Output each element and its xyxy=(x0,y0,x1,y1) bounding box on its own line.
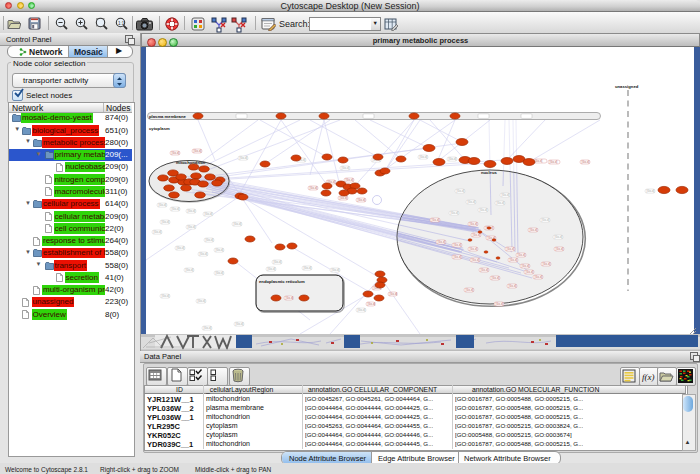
svg-text:[Go-d]: [Go-d] xyxy=(240,156,248,160)
svg-text:[Go-d]: [Go-d] xyxy=(346,178,354,182)
svg-text:[Go-d]: [Go-d] xyxy=(162,294,170,298)
svg-text:[Go-d]: [Go-d] xyxy=(194,149,202,153)
svg-text:[Go-d]: [Go-d] xyxy=(200,252,208,256)
svg-text:[Go-d]: [Go-d] xyxy=(342,166,350,170)
svg-text:[Go-d]: [Go-d] xyxy=(481,268,489,272)
svg-text:[Go-d]: [Go-d] xyxy=(154,230,162,234)
svg-text:[Go-d]: [Go-d] xyxy=(204,326,212,330)
svg-text:[Go-d]: [Go-d] xyxy=(159,203,167,207)
svg-text:endoplasmic reticulum: endoplasmic reticulum xyxy=(259,279,305,284)
svg-text:[Go-d]: [Go-d] xyxy=(457,189,465,193)
svg-text:[Go-d]: [Go-d] xyxy=(492,276,500,280)
svg-text:[Go-d]: [Go-d] xyxy=(236,322,244,326)
svg-text:[Go-d]: [Go-d] xyxy=(497,201,505,205)
svg-text:[Go-d]: [Go-d] xyxy=(468,200,476,204)
svg-text:[Go-d]: [Go-d] xyxy=(555,235,563,239)
svg-text:[Go-d]: [Go-d] xyxy=(216,248,224,252)
svg-text:[Go-d]: [Go-d] xyxy=(358,198,366,202)
svg-text:[Go-d]: [Go-d] xyxy=(466,288,474,292)
svg-text:[Go-d]: [Go-d] xyxy=(510,258,518,262)
svg-text:[Go-d]: [Go-d] xyxy=(454,243,462,247)
svg-text:[Go-d]: [Go-d] xyxy=(454,255,462,259)
svg-text:[Go-d]: [Go-d] xyxy=(522,264,530,268)
svg-text:[Go-d]: [Go-d] xyxy=(206,238,214,242)
svg-text:[Go-d]: [Go-d] xyxy=(188,225,196,229)
svg-text:[Go-d]: [Go-d] xyxy=(186,268,194,272)
svg-text:[Go-d]: [Go-d] xyxy=(390,292,398,296)
svg-text:f(x): f(x) xyxy=(642,372,655,382)
svg-text:[Go-d]: [Go-d] xyxy=(550,160,558,164)
svg-text:[Go-d]: [Go-d] xyxy=(473,233,481,237)
svg-text:[Go-d]: [Go-d] xyxy=(542,218,550,222)
svg-text:[Go-d]: [Go-d] xyxy=(449,157,457,161)
svg-text:[Go-d]: [Go-d] xyxy=(234,222,242,226)
svg-text:[Go-d]: [Go-d] xyxy=(177,246,185,250)
svg-text:1:1: 1:1 xyxy=(118,21,125,26)
svg-text:[Go-d]: [Go-d] xyxy=(470,222,478,226)
svg-text:[Go-d]: [Go-d] xyxy=(332,268,340,272)
svg-text:[Go-d]: [Go-d] xyxy=(502,193,510,197)
svg-text:[Go-d]: [Go-d] xyxy=(310,186,318,190)
svg-text:[Go-d]: [Go-d] xyxy=(205,212,213,216)
svg-text:[Go-d]: [Go-d] xyxy=(198,299,206,303)
svg-text:[Go-d]: [Go-d] xyxy=(451,211,459,215)
svg-text:[Go-d]: [Go-d] xyxy=(530,228,538,232)
svg-text:[Go-d]: [Go-d] xyxy=(268,267,276,271)
svg-text:[Go-d]: [Go-d] xyxy=(518,253,526,257)
svg-text:[Go-d]: [Go-d] xyxy=(172,207,180,211)
svg-text:[Go-d]: [Go-d] xyxy=(543,262,551,266)
svg-text:[Go-d]: [Go-d] xyxy=(509,284,517,288)
svg-text:[Go-d]: [Go-d] xyxy=(526,270,534,274)
svg-text:[Go-d]: [Go-d] xyxy=(162,220,170,224)
svg-text:[Go-d]: [Go-d] xyxy=(286,296,294,300)
svg-text:[Go-d]: [Go-d] xyxy=(188,209,196,213)
svg-text:[Go-d]: [Go-d] xyxy=(368,302,376,306)
svg-text:[Go-d]: [Go-d] xyxy=(274,260,282,264)
svg-text:unassigned: unassigned xyxy=(615,84,639,89)
svg-text:[Go-d]: [Go-d] xyxy=(172,151,180,155)
svg-text:[Go-d]: [Go-d] xyxy=(216,271,224,275)
svg-text:[Go-d]: [Go-d] xyxy=(647,189,655,193)
svg-text:[Go-d]: [Go-d] xyxy=(507,247,515,251)
svg-text:[Go-d]: [Go-d] xyxy=(472,258,480,262)
svg-text:[Go-d]: [Go-d] xyxy=(556,247,564,251)
svg-text:[Go-d]: [Go-d] xyxy=(420,155,428,159)
svg-text:[Go-d]: [Go-d] xyxy=(496,302,504,306)
svg-text:[Go-d]: [Go-d] xyxy=(438,240,446,244)
svg-text:[Go-d]: [Go-d] xyxy=(535,159,543,163)
svg-text:[Go-d]: [Go-d] xyxy=(304,266,312,270)
svg-text:[Go-d]: [Go-d] xyxy=(358,308,366,312)
svg-text:[Go-d]: [Go-d] xyxy=(470,247,478,251)
svg-text:plasma membrane: plasma membrane xyxy=(149,114,186,119)
svg-text:nucleus: nucleus xyxy=(481,170,497,175)
svg-text:[Go-d]: [Go-d] xyxy=(480,208,488,212)
svg-text:[Go-d]: [Go-d] xyxy=(535,275,543,279)
svg-text:[Go-d]: [Go-d] xyxy=(432,218,440,222)
svg-text:[Go-d]: [Go-d] xyxy=(582,160,590,164)
svg-text:[Go-d]: [Go-d] xyxy=(340,196,348,200)
svg-text:cytoplasm: cytoplasm xyxy=(149,126,170,131)
